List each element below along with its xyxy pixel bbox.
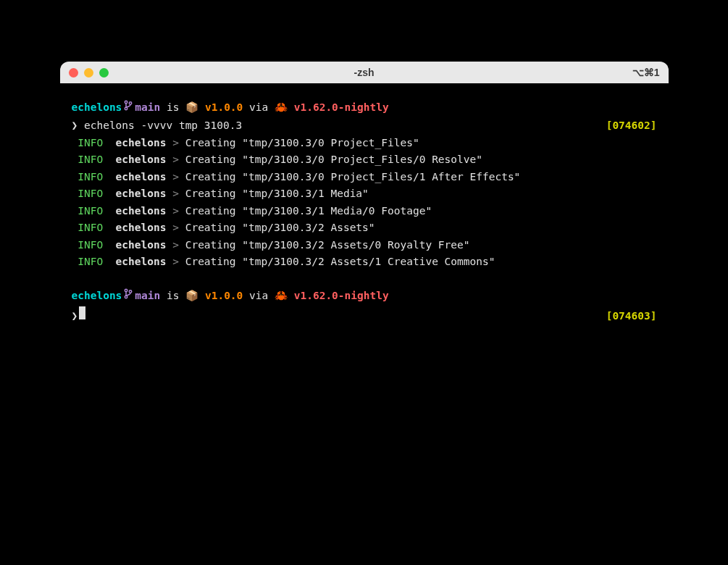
package-icon: 📦 [185,99,198,116]
prompt-command-row: ❯ echelons -vvvv tmp 3100.3 [074602] [72,117,657,134]
prompt-is: is [167,288,179,304]
log-message: Creating "tmp/3100.3/1 Media/0 Footage" [185,205,432,217]
log-level: INFO [72,171,109,183]
log-line: INFO echelons > Creating "tmp/3100.3/0 P… [72,135,657,151]
log-module: echelons [109,239,167,251]
log-module: echelons [109,256,167,267]
log-module: echelons [109,137,167,148]
prompt-rust-version: v1.62.0-nightly [294,288,389,304]
terminal-window: -zsh ⌥⌘1 echelons main is 📦 v1.0.0 [60,62,669,503]
blank-line [72,271,657,288]
log-level: INFO [72,256,109,267]
prompt-rust-version: v1.62.0-nightly [294,99,389,116]
svg-point-1 [125,107,127,109]
svg-point-3 [125,290,127,292]
prompt-timestamp: [074603] [606,308,657,325]
log-module: echelons [109,222,167,233]
log-message: Creating "tmp/3100.3/2 Assets" [185,222,375,233]
prompt-dir: echelons [72,288,122,304]
minimize-button[interactable] [84,68,93,78]
prompt-status-line-2: echelons main is 📦 v1.0.0 via 🦀 [72,288,657,306]
prompt-command: echelons -vvvv tmp 3100.3 [84,117,242,134]
prompt-arrow: ❯ [72,308,78,325]
log-level: INFO [72,239,109,251]
prompt-via: via [249,99,268,116]
log-separator: > [166,188,185,199]
terminal-cursor[interactable] [79,306,85,319]
svg-point-4 [125,296,127,298]
traffic-lights [69,68,109,78]
prompt-dir: echelons [72,99,122,116]
log-level: INFO [72,154,109,165]
log-line: INFO echelons > Creating "tmp/3100.3/1 M… [72,203,657,219]
log-message: Creating "tmp/3100.3/0 Project_Files" [185,137,419,148]
log-message: Creating "tmp/3100.3/2 Assets/0 Royalty … [185,239,470,251]
log-line: INFO echelons > Creating "tmp/3100.3/2 A… [72,219,657,236]
prompt-branch: main [135,288,160,304]
prompt-branch: main [135,99,160,116]
log-line: INFO echelons > Creating "tmp/3100.3/1 M… [72,185,657,202]
log-message: Creating "tmp/3100.3/0 Project_Files/0 R… [185,154,482,165]
prompt-timestamp: [074602] [606,117,657,134]
log-separator: > [166,205,185,217]
log-message: Creating "tmp/3100.3/0 Project_Files/1 A… [185,171,521,183]
close-button[interactable] [69,68,78,78]
prompt-via: via [249,288,268,304]
log-module: echelons [109,154,167,165]
maximize-button[interactable] [99,68,109,78]
git-branch-icon [124,288,133,304]
log-message: Creating "tmp/3100.3/2 Assets/1 Creative… [185,256,495,267]
log-level: INFO [72,205,109,217]
log-separator: > [166,222,185,233]
git-branch-icon [124,99,133,116]
log-message: Creating "tmp/3100.3/1 Media" [185,188,369,199]
log-module: echelons [109,188,167,199]
prompt-status-line: echelons main is 📦 v1.0.0 via 🦀 [72,99,657,117]
svg-point-2 [130,102,132,104]
prompt-arrow: ❯ [72,117,78,134]
log-line: INFO echelons > Creating "tmp/3100.3/0 P… [72,151,657,168]
log-separator: > [166,256,185,267]
log-level: INFO [72,222,109,233]
svg-point-5 [130,290,132,293]
prompt-input-row: ❯ [074603] [72,306,657,325]
prompt-version: v1.0.0 [205,99,243,116]
prompt-version: v1.0.0 [205,288,243,304]
window-shortcut: ⌥⌘1 [632,67,660,78]
log-line: INFO echelons > Creating "tmp/3100.3/2 A… [72,237,657,254]
crab-icon: 🦀 [275,288,288,304]
log-output: INFO echelons > Creating "tmp/3100.3/0 P… [72,135,657,271]
log-separator: > [166,137,185,148]
log-module: echelons [109,171,167,183]
log-line: INFO echelons > Creating "tmp/3100.3/0 P… [72,169,657,185]
prompt-is: is [167,99,179,116]
log-separator: > [166,239,185,251]
log-module: echelons [109,205,167,217]
crab-icon: 🦀 [275,99,288,116]
titlebar: -zsh ⌥⌘1 [60,62,669,83]
terminal-body[interactable]: echelons main is 📦 v1.0.0 via 🦀 [60,83,669,503]
log-level: INFO [72,137,109,148]
package-icon: 📦 [185,288,198,304]
window-title: -zsh [354,67,375,78]
svg-point-0 [125,101,127,103]
log-level: INFO [72,188,109,199]
log-line: INFO echelons > Creating "tmp/3100.3/2 A… [72,254,657,270]
log-separator: > [166,171,185,183]
log-separator: > [166,154,185,165]
